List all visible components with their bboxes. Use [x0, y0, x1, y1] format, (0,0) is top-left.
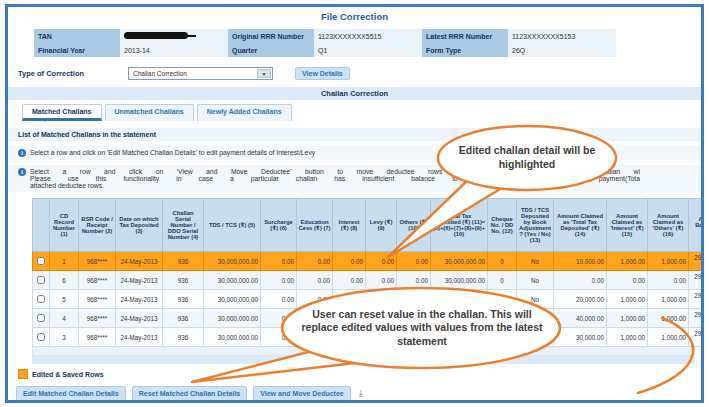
cell-challan-serial-number: 936: [163, 290, 204, 309]
matched-challans-table: CD Record Number (1)BSR Code / Receipt N…: [32, 198, 701, 347]
col-header-available-balance: Available Balance (₹) (17): [689, 199, 702, 252]
cell-interest: 0.00: [333, 271, 366, 290]
cell-levy: 0.00: [366, 309, 397, 328]
challan-row[interactable]: 1968****24-May-201393630,000,000.000.000…: [33, 252, 702, 271]
row-checkbox[interactable]: [37, 295, 45, 303]
cell-available-balance: 29,850,000.00: [689, 271, 702, 290]
table-footer-strip: [32, 347, 695, 356]
row-checkbox[interactable]: [37, 276, 45, 284]
tab-matched-challans[interactable]: Matched Challans: [22, 104, 102, 121]
cell-tds-tcs: 30,000,000.00: [204, 309, 261, 328]
cell-amount-claimed-total-tax: 30,000.00: [554, 328, 607, 347]
type-of-correction-select[interactable]: Challan Correction ▼: [128, 67, 273, 80]
row-checkbox[interactable]: [37, 257, 45, 265]
type-of-correction-selected-value: Challan Correction: [133, 70, 187, 77]
col-header-bsr-code: BSR Code / Receipt Number (2): [79, 199, 116, 252]
dropdown-arrow-icon[interactable]: ▼: [257, 69, 271, 78]
cell-amount-claimed-total-tax: 10,000.00: [554, 252, 607, 271]
cell-date-tax-deposited: 24-May-2013: [116, 271, 163, 290]
cell-surcharge: 0.00: [261, 252, 297, 271]
cell-challan-serial-number: 936: [163, 328, 204, 347]
note-text: Select a row and click on 'View and Move…: [30, 168, 640, 189]
cell-education-cess: 0.00: [297, 290, 333, 309]
legend-color-swatch: [18, 369, 28, 379]
cell-surcharge: 0.00: [261, 309, 297, 328]
summary-row: Financial Year 2013-14 Quarter Q1 Form T…: [34, 43, 616, 57]
original-rrr-value: 1123XXXXXXX5515: [314, 29, 422, 43]
cell-challan-serial-number: 936: [163, 271, 204, 290]
cell-amount-claimed-others: 0.00: [648, 271, 689, 290]
cell-bsr-code: 968****: [79, 328, 116, 347]
cell-cd-record-number: 4: [50, 309, 79, 328]
cell-amount-claimed-total-tax: 20,000.00: [554, 290, 607, 309]
cell-book-adjustment: No: [517, 309, 554, 328]
cell-tds-tcs: 30,000,000.00: [204, 328, 261, 347]
tan-value: [120, 29, 228, 43]
summary-row: TAN Original RRR Number 1123XXXXXXX5515 …: [34, 29, 616, 43]
cell-education-cess: 0.00: [297, 271, 333, 290]
page-title: File Correction: [8, 11, 701, 22]
cell-tds-tcs: 30,000,000.00: [204, 252, 261, 271]
list-header: List of Matched Challans in the statemen…: [8, 128, 701, 141]
cell-levy: 0.00: [366, 290, 397, 309]
challan-row[interactable]: 3968****24-May-201393630,000,000.000.000…: [33, 328, 702, 347]
action-button-row: Edit Matched Challan Details Reset Match…: [16, 386, 701, 401]
cell-cheque-no: 0: [488, 290, 517, 309]
financial-year-label: Financial Year: [34, 43, 120, 57]
table-footer-strip: [32, 356, 695, 364]
cell-levy: 0.00: [366, 252, 397, 271]
form-type-label: Form Type: [422, 43, 508, 57]
cell-total-tax-deposited: 30,000,000.00: [431, 290, 488, 309]
cell-total-tax-deposited: 30,000,000.00: [431, 252, 488, 271]
original-rrr-label: Original RRR Number: [228, 29, 314, 43]
cell-others: 0.00: [397, 271, 431, 290]
quarter-label: Quarter: [228, 43, 314, 57]
reset-matched-challan-details-button[interactable]: Reset Matched Challan Details: [132, 386, 248, 401]
cell-interest: 0.00: [333, 328, 366, 347]
cell-surcharge: 0.00: [261, 328, 297, 347]
cell-interest: 0.00: [333, 252, 366, 271]
cell-amount-claimed-interest: 1,000.00: [607, 290, 648, 309]
cell-bsr-code: 968****: [79, 252, 116, 271]
col-header-interest: Interest (₹) (8): [333, 199, 366, 252]
challan-row[interactable]: 6968****24-May-201393630,000,000.000.000…: [33, 271, 702, 290]
cell-bsr-code: 968****: [79, 290, 116, 309]
row-select-cell: [33, 290, 50, 309]
cell-book-adjustment: No: [517, 290, 554, 309]
cell-levy: 0.00: [366, 328, 397, 347]
cell-amount-claimed-others: 1,000.00: [648, 309, 689, 328]
view-details-button[interactable]: View Details: [295, 67, 350, 80]
tab-unmatched-challans[interactable]: Unmatched Challans: [105, 104, 194, 121]
section-title-band: Challan Correction: [8, 87, 701, 100]
cell-education-cess: 0.00: [297, 309, 333, 328]
export-icon[interactable]: ⤓: [359, 388, 363, 399]
type-of-correction-label: Type of Correction: [18, 69, 128, 78]
col-header-education-cess: Education Cess (₹) (7): [297, 199, 333, 252]
latest-rrr-label: Latest RRR Number: [422, 29, 508, 43]
cell-others: 0.00: [397, 309, 431, 328]
legend-label: Edited & Saved Rows: [32, 371, 104, 378]
note-text: Select a row and click on 'Edit Matched …: [30, 149, 640, 156]
col-header-challan-serial-number: Challan Serial Number / DDO Serial Numbe…: [163, 199, 204, 252]
challan-row[interactable]: 5968****24-May-201393630,000,000.000.000…: [33, 290, 702, 309]
challan-table-wrap: CD Record Number (1)BSR Code / Receipt N…: [8, 198, 701, 364]
edit-matched-challan-details-button[interactable]: Edit Matched Challan Details: [16, 386, 126, 401]
tab-newly-added-challans[interactable]: Newly Added Challans: [197, 104, 292, 121]
challan-row[interactable]: 4968****24-May-201393630,000,000.000.000…: [33, 309, 702, 328]
row-select-cell: [33, 309, 50, 328]
cell-tds-tcs: 30,000,000.00: [204, 271, 261, 290]
info-icon: i: [18, 168, 26, 176]
row-checkbox[interactable]: [37, 333, 45, 341]
cell-date-tax-deposited: 24-May-2013: [116, 309, 163, 328]
view-and-move-deductee-button[interactable]: View and Move Deductee: [253, 386, 351, 401]
col-header-amount-claimed-total-tax: Amount Claimed as 'Total Tax Deposited' …: [554, 199, 607, 252]
cell-total-tax-deposited: 30,000,000.00: [431, 309, 488, 328]
row-checkbox[interactable]: [37, 314, 45, 322]
col-header-total-tax-deposited: Total Tax Deposited (₹) (11)=(5)+(6)+(7)…: [431, 199, 488, 252]
cell-cheque-no: 0: [488, 252, 517, 271]
cell-date-tax-deposited: 24-May-2013: [116, 252, 163, 271]
cell-education-cess: 0.00: [297, 252, 333, 271]
cell-education-cess: 0.00: [297, 328, 333, 347]
col-header-cd-record-number: CD Record Number (1): [50, 199, 79, 252]
col-header-date-tax-deposited: Date on which Tax Deposited (3): [116, 199, 163, 252]
